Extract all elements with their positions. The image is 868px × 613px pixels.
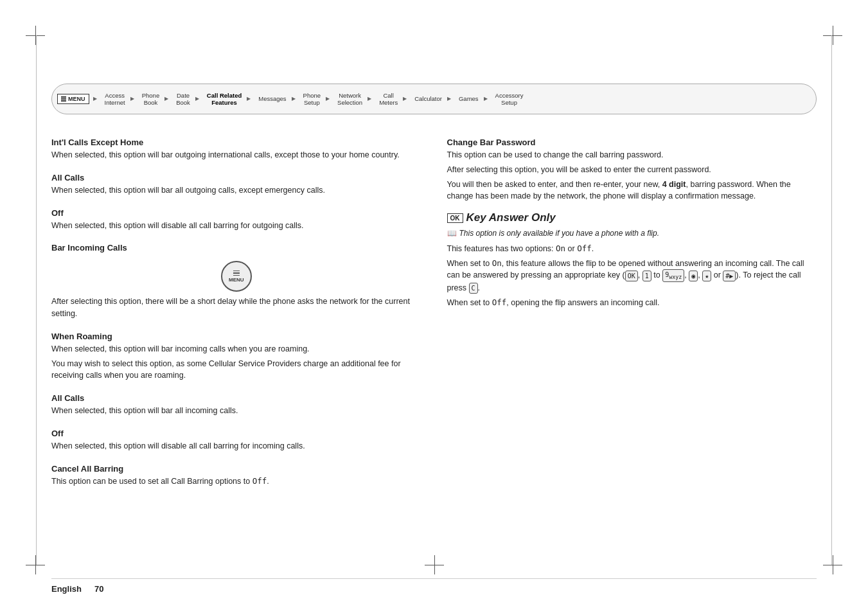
9wxyz-key: 9wxyz	[662, 269, 684, 281]
all-calls-outgoing-text: When selected, this option will bar all …	[51, 184, 421, 197]
footer-page-number: 70	[94, 584, 103, 594]
off-outgoing-title: Off	[51, 208, 421, 218]
nav-item-accessory-setup[interactable]: Accessory Setup	[493, 92, 526, 107]
nav-arrow-0	[91, 96, 102, 102]
when-roaming-title: When Roaming	[51, 332, 421, 341]
nav-item-line1: Games	[459, 95, 479, 102]
nav-item-network-selection[interactable]: Network Selection	[335, 92, 365, 107]
nav-item-line1: Phone	[142, 92, 159, 99]
nav-item-line1: Calculator	[414, 95, 442, 102]
bar-incoming-calls-title: Bar Incoming Calls	[51, 243, 421, 253]
main-content: Int'l Calls Except Home When selected, t…	[51, 129, 817, 549]
nav-arrow-8	[400, 96, 412, 102]
nav-item-line1: Accessory	[495, 92, 524, 99]
off-incoming-title: Off	[51, 429, 421, 438]
change-bar-password-text1: This option can be used to change the ca…	[447, 149, 817, 161]
key-answer-off-text: When set to Off, opening the flip answer…	[447, 297, 817, 309]
nav-arrow-3	[193, 96, 204, 102]
nav-item-calculator[interactable]: Calculator	[412, 95, 445, 102]
nav-item-line1: Call Related	[207, 92, 242, 99]
hash-key: #▶	[723, 271, 736, 281]
all-calls-incoming-title: All Calls	[51, 393, 421, 403]
change-bar-password-title: Change Bar Password	[447, 138, 817, 147]
off-outgoing-text: When selected, this option will disable …	[51, 220, 421, 232]
nav-item-phone-book[interactable]: Phone Book	[139, 92, 162, 107]
nav-item-games[interactable]: Games	[456, 95, 481, 102]
change-bar-password-text2: After selecting this option, you will be…	[447, 164, 817, 176]
off-incoming-text: When selected, this option will disable …	[51, 440, 421, 452]
menu-icon-area: MENU	[51, 261, 421, 292]
nav-item-call-meters[interactable]: Call Meters	[376, 92, 400, 107]
nav-arrow-9	[445, 96, 456, 102]
crosshair-top-right	[823, 26, 842, 45]
c-key: C	[469, 283, 478, 294]
nav-item-line2: Features	[211, 99, 237, 106]
nav-item-date-book[interactable]: Date Book	[173, 92, 193, 107]
menu-label: MENU	[57, 94, 89, 104]
star-key: ★	[702, 271, 711, 281]
nav-arrow-6	[323, 96, 335, 102]
off-monospace: Off	[252, 476, 267, 486]
change-bar-password-text3: You will then be asked to enter, and the…	[447, 179, 817, 203]
off-monospace-2: Off	[577, 244, 592, 253]
footer: English 70	[51, 578, 817, 594]
nav-item-call-related-features[interactable]: Call Related Features	[204, 92, 244, 107]
nav-item-line1: Network	[339, 92, 361, 99]
cancel-all-barring-title: Cancel All Barring	[51, 464, 421, 474]
off-monospace-3: Off	[492, 298, 507, 307]
nav-item-access-internet[interactable]: Access Internet	[102, 92, 128, 107]
nav-item-line2: Internet	[105, 99, 125, 106]
nav-item-line2: Selection	[337, 99, 362, 106]
nav-item-line1: Date	[177, 92, 190, 99]
on-monospace-2: On	[492, 258, 502, 268]
ok-box: OK	[447, 213, 463, 223]
key-answer-on-text: When set to On, this feature allows the …	[447, 258, 817, 294]
note-book-icon: 📖	[447, 229, 457, 238]
1-key: 1	[642, 271, 651, 281]
nav-item-line2: Book	[176, 99, 190, 106]
jkl-key: ◉	[689, 271, 698, 281]
nav-arrow-2	[162, 96, 173, 102]
nav-item-line1: Access	[105, 92, 125, 99]
all-calls-outgoing-title: All Calls	[51, 173, 421, 182]
menu-lines-icon	[61, 96, 66, 102]
four-digit-bold: 4 digit	[662, 180, 686, 189]
crosshair-bottom-left	[26, 555, 45, 574]
when-roaming-text1: When selected, this option will bar inco…	[51, 343, 421, 355]
on-monospace: On	[556, 244, 565, 253]
nav-item-phone-setup[interactable]: Phone Setup	[301, 92, 323, 107]
nav-arrow-10	[481, 96, 493, 102]
intl-calls-except-home-text: When selected, this option will bar outg…	[51, 149, 421, 161]
nav-item-line1: Phone	[303, 92, 321, 99]
nav-item-line1: Messages	[258, 95, 286, 102]
menu-circle-icon: MENU	[221, 261, 252, 292]
nav-item-line2: Meters	[379, 99, 398, 106]
nav-arrow-7	[365, 96, 376, 102]
ok-key: OK	[625, 271, 638, 281]
key-answer-note-text: This option is only available if you hav…	[459, 228, 660, 239]
left-column: Int'l Calls Except Home When selected, t…	[51, 129, 421, 549]
key-answer-note-line: 📖 This option is only available if you h…	[447, 228, 817, 239]
side-line-left	[36, 35, 37, 565]
footer-language: English	[51, 584, 82, 594]
key-answer-heading: OK Key Answer Only	[447, 211, 817, 224]
nav-arrow-5	[289, 96, 301, 102]
bar-incoming-calls-text: After selecting this option, there will …	[51, 296, 421, 320]
nav-item-line1: Call	[383, 92, 393, 99]
nav-item-line2: Setup	[304, 99, 320, 106]
menu-circle-label: MENU	[229, 277, 244, 283]
intl-calls-except-home-title: Int'l Calls Except Home	[51, 138, 421, 147]
all-calls-incoming-text: When selected, this option will bar all …	[51, 405, 421, 417]
cancel-all-barring-text: This option can be used to set all Call …	[51, 475, 421, 488]
nav-arrow-1	[128, 96, 139, 102]
nav-item-line2: Setup	[501, 99, 517, 106]
menu-text: MENU	[68, 96, 85, 102]
when-roaming-text2: You may wish to select this option, as s…	[51, 358, 421, 382]
side-line-right	[831, 35, 832, 565]
right-column: Change Bar Password This option can be u…	[447, 129, 817, 549]
crosshair-top-left	[26, 26, 45, 45]
nav-arrow-4	[244, 96, 256, 102]
crosshair-bottom-right	[823, 555, 842, 574]
nav-item-messages[interactable]: Messages	[256, 95, 288, 102]
nav-bar: MENU Access Internet Phone Book Date Boo…	[51, 84, 817, 114]
